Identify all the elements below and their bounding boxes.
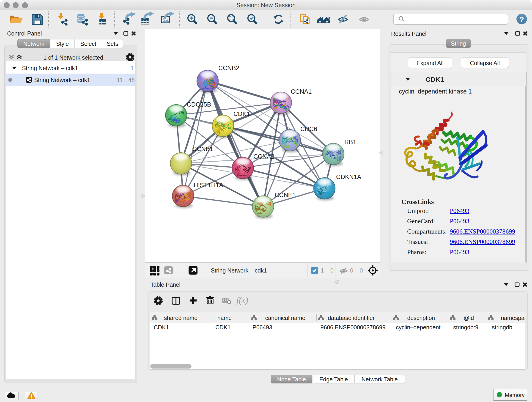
svg-text:CCNA1: CCNA1	[291, 88, 312, 95]
svg-text:RB1: RB1	[344, 139, 356, 146]
svg-text:CCNA2: CCNA2	[253, 153, 274, 160]
svg-text:CDC6: CDC6	[300, 126, 317, 133]
svg-text:CCNB2: CCNB2	[218, 65, 239, 71]
svg-text:CDK1: CDK1	[234, 110, 250, 117]
svg-text:CCNB1: CCNB1	[192, 146, 213, 153]
svg-text:HIST1H1A: HIST1H1A	[194, 182, 223, 189]
svg-text:CDKN1A: CDKN1A	[336, 173, 361, 180]
svg-text:CCNE1: CCNE1	[275, 191, 296, 198]
svg-text:CDC25B: CDC25B	[187, 101, 211, 108]
